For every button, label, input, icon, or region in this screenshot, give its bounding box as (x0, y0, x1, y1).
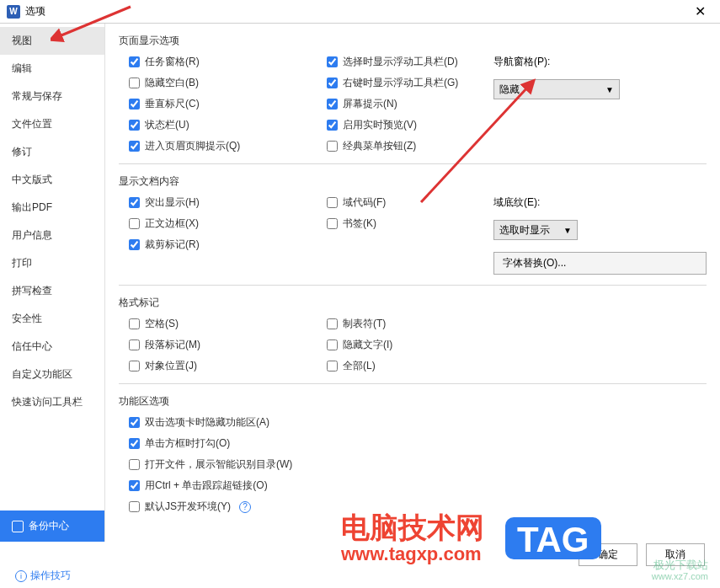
chk-bookmarks[interactable] (327, 218, 338, 229)
lbl-task-pane: 任务窗格(R) (145, 55, 200, 69)
lbl-header-footer: 进入页眉页脚提示(Q) (145, 139, 240, 153)
chk-smart-toc[interactable] (129, 459, 140, 470)
lbl-hide-blank: 隐藏空白(B) (145, 76, 199, 90)
chk-crop-marks[interactable] (129, 239, 140, 250)
lbl-all: 全部(L) (343, 359, 376, 373)
chk-click-check[interactable] (129, 438, 140, 449)
lbl-click-check: 单击方框时打勾(O) (145, 436, 230, 451)
chk-live-preview[interactable] (327, 120, 338, 131)
chk-task-pane[interactable] (129, 56, 140, 67)
backup-label: 备份中心 (29, 519, 69, 533)
chk-spaces[interactable] (129, 318, 140, 329)
chk-obj-position[interactable] (129, 361, 140, 372)
chk-vruler[interactable] (129, 99, 140, 110)
lbl-rclick-float: 右键时显示浮动工具栏(G) (343, 76, 458, 90)
sidebar-item-chinese-layout[interactable]: 中文版式 (0, 166, 104, 194)
nav-pane-label: 导航窗格(P): (493, 55, 707, 69)
chk-hide-blank[interactable] (129, 78, 140, 88)
lbl-highlight: 突出显示(H) (145, 195, 200, 210)
tip-icon: i (15, 570, 27, 582)
lbl-statusbar: 状态栏(U) (145, 118, 189, 132)
watermark-xz7: 极光下载站 www.xz7.com (652, 559, 708, 581)
section-title-doc-content: 显示文档内容 (119, 174, 707, 189)
content-panel: 页面显示选项 任务窗格(R) 隐藏空白(B) 垂直标尺(C) 状态栏(U) 进入… (105, 24, 720, 542)
lbl-smart-toc: 打开文件，展示智能识别目录(W) (145, 457, 292, 472)
lbl-bookmarks: 书签(K) (343, 216, 376, 231)
nav-pane-select[interactable]: 隐藏 ▼ (493, 79, 620, 99)
shade-select[interactable]: 选取时显示 ▼ (493, 220, 578, 240)
chk-field-codes[interactable] (327, 197, 338, 208)
dropdown-arrow-icon: ▼ (563, 226, 572, 235)
chk-statusbar[interactable] (129, 120, 140, 131)
chk-js-dev[interactable] (129, 501, 140, 512)
font-substitute-button[interactable]: 字体替换(O)... (493, 252, 707, 275)
nav-pane-value: 隐藏 (499, 83, 520, 97)
chk-hidden-text[interactable] (327, 339, 338, 350)
sidebar-item-trust-center[interactable]: 信任中心 (0, 333, 104, 361)
lbl-hidden-text: 隐藏文字(I) (343, 338, 392, 352)
lbl-dblclick-hide: 双击选项卡时隐藏功能区(A) (145, 415, 269, 430)
sidebar-item-edit[interactable]: 编辑 (0, 55, 104, 83)
tip-label: 操作技巧 (30, 569, 71, 583)
sidebar-item-print[interactable]: 打印 (0, 249, 104, 277)
lbl-ctrl-click-link: 用Ctrl + 单击跟踪超链接(O) (145, 478, 268, 493)
sidebar-item-quick-access[interactable]: 快速访问工具栏 (0, 388, 104, 416)
lbl-crop-marks: 裁剪标记(R) (145, 238, 200, 252)
sidebar-item-output-pdf[interactable]: 输出PDF (0, 194, 104, 222)
sidebar-item-view[interactable]: 视图 (0, 27, 104, 55)
dropdown-arrow-icon: ▼ (605, 85, 614, 94)
chk-select-float[interactable] (327, 56, 338, 67)
close-button[interactable]: ✕ (686, 3, 713, 19)
lbl-obj-position: 对象位置(J) (145, 359, 197, 373)
sidebar-item-revision[interactable]: 修订 (0, 138, 104, 166)
backup-icon (12, 521, 24, 532)
help-icon[interactable]: ? (239, 501, 251, 513)
sidebar-item-general-save[interactable]: 常规与保存 (0, 83, 104, 110)
section-title-ribbon: 功能区选项 (119, 394, 707, 409)
chk-screen-tip[interactable] (327, 99, 338, 110)
lbl-select-float: 选择时显示浮动工具栏(D) (343, 55, 458, 69)
lbl-live-preview: 启用实时预览(V) (343, 118, 417, 132)
sidebar: 视图 编辑 常规与保存 文件位置 修订 中文版式 输出PDF 用户信息 打印 拼… (0, 24, 105, 542)
lbl-screen-tip: 屏幕提示(N) (343, 97, 397, 111)
section-title-page-display: 页面显示选项 (119, 34, 707, 48)
shade-value: 选取时显示 (499, 223, 550, 238)
chk-dblclick-hide[interactable] (129, 417, 140, 428)
sidebar-item-spellcheck[interactable]: 拼写检查 (0, 277, 104, 305)
lbl-text-border: 正文边框(X) (145, 216, 199, 231)
lbl-field-codes: 域代码(F) (343, 195, 386, 210)
lbl-vruler: 垂直标尺(C) (145, 97, 200, 111)
section-title-format-marks: 格式标记 (119, 296, 707, 310)
window-title: 选项 (25, 4, 686, 19)
watermark-tag-badge: TAG (505, 517, 601, 559)
lbl-spaces: 空格(S) (145, 317, 179, 331)
sidebar-item-file-location[interactable]: 文件位置 (0, 110, 104, 138)
sidebar-item-custom-ribbon[interactable]: 自定义功能区 (0, 361, 104, 388)
app-icon: W (7, 5, 20, 19)
chk-rclick-float[interactable] (327, 78, 338, 88)
backup-center-button[interactable]: 备份中心 (0, 510, 104, 542)
chk-all[interactable] (327, 361, 338, 372)
lbl-js-dev: 默认JS开发环境(Y) (145, 500, 231, 514)
chk-tabs[interactable] (327, 318, 338, 329)
sidebar-item-security[interactable]: 安全性 (0, 305, 104, 333)
chk-ctrl-click-link[interactable] (129, 480, 140, 491)
chk-classic-menu[interactable] (327, 141, 338, 152)
lbl-para-marks: 段落标记(M) (145, 338, 200, 352)
chk-header-footer[interactable] (129, 141, 140, 152)
sidebar-item-user-info[interactable]: 用户信息 (0, 222, 104, 249)
chk-para-marks[interactable] (129, 339, 140, 350)
watermark-tagxp: 电脑技术网 www.tagxp.com (341, 512, 484, 564)
lbl-classic-menu: 经典菜单按钮(Z) (343, 139, 416, 153)
chk-text-border[interactable] (129, 218, 140, 229)
chk-highlight[interactable] (129, 197, 140, 208)
shade-label: 域底纹(E): (493, 195, 707, 210)
lbl-tabs: 制表符(T) (343, 317, 386, 331)
operation-tips-link[interactable]: i 操作技巧 (15, 569, 71, 583)
